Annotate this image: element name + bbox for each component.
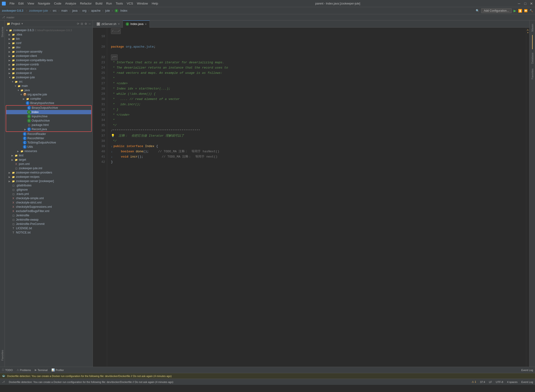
search-everywhere-icon[interactable]: 🔍 — [476, 9, 479, 12]
tree-item-test[interactable]: ▶ 📁 test — [5, 153, 93, 158]
tree-item-recipes[interactable]: ▶ 📁 zookeeper-recipes — [5, 175, 93, 179]
breadcrumb-index[interactable]: Index — [120, 9, 127, 12]
run-button[interactable]: ▶ — [514, 9, 516, 13]
collapse-all-icon[interactable]: ⊟ — [81, 22, 83, 25]
tree-item-main[interactable]: ▼ 📁 main — [5, 84, 93, 88]
tab-close-active-button[interactable]: ✕ — [145, 23, 147, 25]
tree-item-target[interactable]: ▶ 📁 target — [5, 158, 93, 162]
tree-item-jute[interactable]: ▼ 📁 zookeeper-jute — [5, 75, 93, 79]
breadcrumb-jute[interactable]: jute — [105, 9, 110, 12]
tree-item-contrib[interactable]: ▶ 📁 zookeeper-contrib — [5, 62, 93, 67]
tree-item-compat[interactable]: ▶ 📁 zookeeper-compatibility-tests — [5, 58, 93, 62]
tree-item-record-writer[interactable]: C RecordWriter — [5, 136, 93, 140]
tree-item-bin[interactable]: ▶ 📁 bin — [5, 37, 93, 41]
code-content[interactable]: /.../ package org.apache.jute; /** — [107, 28, 526, 367]
database-panel-tab[interactable]: Database — [530, 51, 534, 65]
tree-item-gitattributes[interactable]: ◻ .gitattributes — [5, 183, 93, 188]
add-configuration-button[interactable]: Add Configuration... — [481, 8, 512, 13]
menu-vcs[interactable]: VCS — [127, 2, 133, 5]
tree-item-checkstyle-supp[interactable]: X checkstyleSuppressions.xml — [5, 205, 93, 209]
settings-icon[interactable]: ⚙ — [85, 22, 87, 25]
tree-item-iml[interactable]: ◻ zookeeper-jute.iml — [5, 166, 93, 170]
tree-item-index[interactable]: I Index — [6, 110, 91, 114]
tree-item-docs[interactable]: ▶ 📁 zookeeper-docs — [5, 67, 93, 71]
menu-analyze[interactable]: Analyze — [65, 2, 76, 5]
tree-item-client[interactable]: ▶ 📁 zookeeper-client — [5, 54, 93, 58]
breadcrumb-apache[interactable]: apache — [91, 9, 100, 12]
tree-item-metrics[interactable]: ▶ 📁 zookeeper-metrics-providers — [5, 170, 93, 175]
tree-item-pom[interactable]: X pom.xml — [5, 162, 93, 166]
favorites-right-tab[interactable]: Favorites — [530, 67, 534, 81]
tree-item-travis[interactable]: ◻ .travis.yml — [5, 192, 93, 196]
tree-item-license[interactable]: T LICENSE.txt — [5, 226, 93, 230]
menu-code[interactable]: Code — [54, 2, 61, 5]
menu-file[interactable]: File — [10, 2, 15, 5]
close-panel-icon[interactable]: ─ — [89, 22, 91, 25]
tree-item-assembly[interactable]: ▶ 📁 zookeeper-assembly — [5, 50, 93, 54]
build-button[interactable]: 🔨 — [530, 9, 533, 12]
sync-icon[interactable]: ⟳ — [77, 22, 79, 25]
tree-item-server[interactable]: ▶ 📁 zookeeper-server [zookeeper] — [5, 179, 93, 183]
menu-edit[interactable]: Edit — [18, 2, 24, 5]
todo-tab[interactable]: ☐ TODO — [2, 368, 13, 372]
event-log-status[interactable]: Event Log — [521, 381, 533, 383]
terminal-tab[interactable]: ▶ Terminal — [35, 368, 48, 372]
problems-tab[interactable]: ⚠ Problems — [17, 368, 31, 372]
menu-build[interactable]: Build — [95, 2, 102, 5]
menu-view[interactable]: View — [27, 2, 34, 5]
project-dropdown-arrow[interactable]: ▼ — [21, 22, 23, 25]
tree-item-jenkinsfile[interactable]: ◻ Jenkinsfile — [5, 213, 93, 218]
tree-item-checkstyle-simple[interactable]: X checkstyle-simple.xml — [5, 196, 93, 200]
debug-button[interactable]: ⏫ — [518, 9, 522, 13]
favorites-tab[interactable]: Favorites — [0, 348, 4, 362]
breadcrumb-org[interactable]: org — [82, 9, 86, 12]
tree-item-org-apache-jute[interactable]: ▼ 📦 org.apache.jute — [5, 92, 93, 97]
tree-item-root[interactable]: ▼ 📁 zookeeper-3.6.3 E:\IdeaProjects\zook… — [5, 28, 93, 32]
tree-item-idea[interactable]: ▶ 📁 .idea — [5, 32, 93, 37]
menu-tools[interactable]: Tools — [116, 2, 123, 5]
tree-item-utils[interactable]: C Utils — [5, 145, 93, 149]
breadcrumb-src[interactable]: src — [53, 9, 56, 12]
menu-run[interactable]: Run — [106, 2, 112, 5]
tree-item-record[interactable]: ▶ C Record.java — [6, 127, 91, 131]
tree-item-exclude-findbugs[interactable]: X excludeFindBugsFilter.xml — [5, 209, 93, 213]
tab-close-button[interactable]: ✕ — [118, 23, 120, 25]
tree-item-it[interactable]: ▶ 📁 zookeeper-it — [5, 71, 93, 75]
tree-item-record-reader[interactable]: C RecordReader — [5, 132, 93, 136]
tab-zkserver[interactable]: S zkServer.sh ✕ — [94, 20, 123, 28]
tab-index-java[interactable]: I Index.java ✕ — [123, 20, 150, 28]
tree-item-binary-output[interactable]: C BinaryOutputArchive — [6, 106, 91, 110]
tree-item-gitignore[interactable]: ◻ .gitignore — [5, 188, 93, 192]
menu-navigate[interactable]: Navigate — [38, 2, 50, 5]
tree-item-binary-input[interactable]: C BinaryInputArchive — [5, 101, 93, 105]
tree-item-resources[interactable]: ▶ 📁 resources — [5, 149, 93, 153]
fold-javadoc-icon[interactable]: /** — [111, 55, 118, 60]
maven-panel-tab[interactable]: Maven — [530, 22, 534, 33]
menu-refactor[interactable]: Refactor — [80, 2, 92, 5]
breadcrumb-zookeeper-jute[interactable]: zookeeper-jute — [29, 9, 48, 12]
fold-icon[interactable]: /.../ — [111, 28, 121, 34]
minimize-button[interactable]: ─ — [517, 2, 521, 5]
tree-item-src[interactable]: ▼ 📁 src — [5, 79, 93, 84]
tree-item-conf[interactable]: ▶ 📁 conf — [5, 41, 93, 45]
tree-item-dev[interactable]: ▶ 📁 dev — [5, 45, 93, 50]
close-button[interactable]: ✕ — [530, 2, 533, 5]
tree-item-tostring[interactable]: C ToStringOutputArchive — [5, 140, 93, 145]
run-with-coverage-button[interactable]: ⏩ — [524, 9, 528, 12]
event-log-tab[interactable]: Event Log — [521, 369, 533, 372]
breadcrumb-main[interactable]: main — [61, 9, 67, 12]
profiler-tab[interactable]: 📊 Profiler — [51, 368, 64, 372]
tree-item-input-archive[interactable]: I InputArchive — [6, 114, 91, 119]
menu-help[interactable]: Help — [152, 2, 158, 5]
tree-item-jenkinsfile-owasp[interactable]: ◻ Jenkinsfile-owasp — [5, 218, 93, 222]
breadcrumb-java[interactable]: java — [72, 9, 77, 12]
maximize-button[interactable]: □ — [524, 2, 527, 5]
tree-item-compiler[interactable]: ▶ 📁 compiler — [5, 97, 93, 101]
tree-item-notice[interactable]: T NOTICE.txt — [5, 230, 93, 235]
tree-item-checkstyle-strict[interactable]: X checkstyle-strict.xml — [5, 200, 93, 205]
editor-scrollbar[interactable]: ⚠ — [526, 28, 529, 367]
tree-item-jenkinsfile-precommit[interactable]: ◻ Jenkinsfile-PreCommit — [5, 222, 93, 226]
tree-item-java-folder[interactable]: ▼ 📁 java — [5, 88, 93, 92]
tree-item-package-html[interactable]: ◻ package.html — [6, 123, 91, 127]
structure-tab[interactable]: Structure — [0, 25, 4, 39]
